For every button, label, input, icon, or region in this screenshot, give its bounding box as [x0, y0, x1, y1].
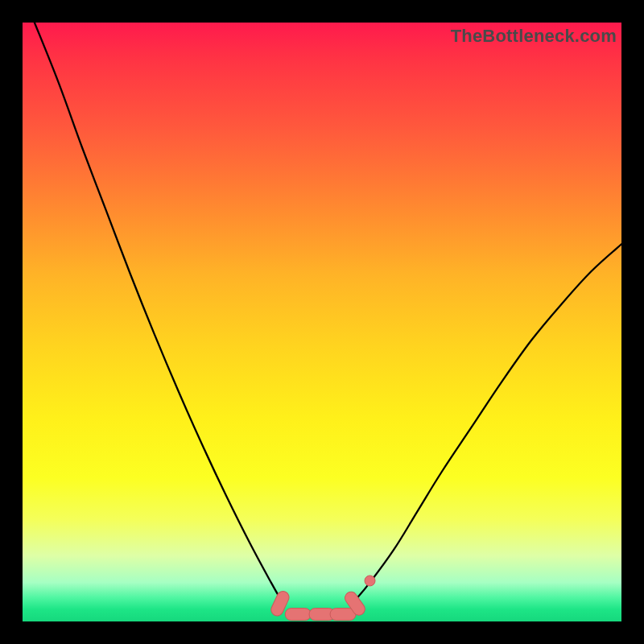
- curve-group: [35, 23, 621, 614]
- svg-rect-1: [285, 609, 311, 621]
- series-right-curve: [355, 244, 621, 601]
- chart-frame: TheBottleneck.com: [0, 0, 644, 644]
- marker-dot-5: [365, 576, 375, 586]
- plot-area: [23, 23, 621, 621]
- chart-overlay: [23, 23, 621, 621]
- series-left-curve: [35, 23, 283, 604]
- marker-group: [269, 576, 375, 621]
- brand-watermark: TheBottleneck.com: [451, 26, 617, 47]
- marker-pill-1: [285, 609, 311, 621]
